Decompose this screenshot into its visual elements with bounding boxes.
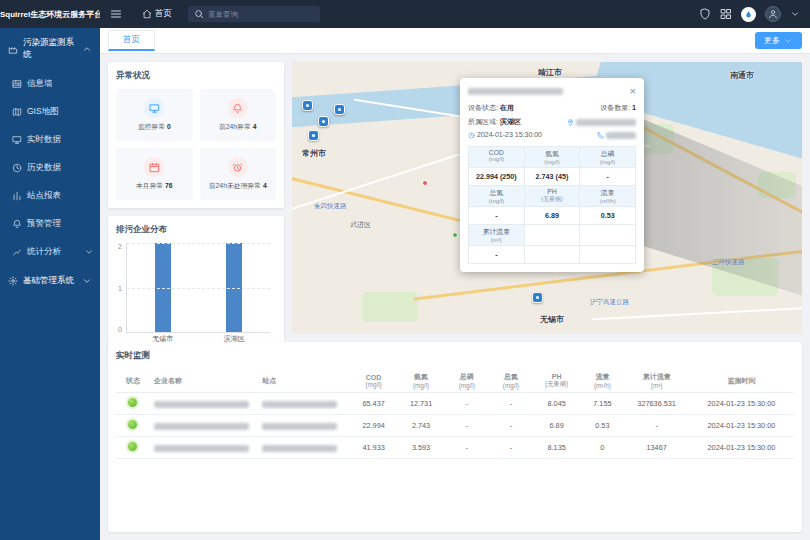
alarm-icon	[228, 157, 248, 177]
popup-metric-header: 总氮(mg/l)	[469, 186, 525, 207]
popup-metric-value: -	[469, 246, 525, 264]
map-label-district: 武进区	[350, 220, 371, 230]
status-cell	[116, 437, 150, 459]
more-button[interactable]: 更多	[755, 32, 802, 49]
close-icon[interactable]: ×	[630, 86, 636, 97]
search-box	[188, 6, 320, 22]
station-marker-icon[interactable]	[308, 130, 319, 141]
column-header: 累计流量(m³)	[624, 369, 688, 393]
sidebar-item[interactable]: 实时数据	[0, 126, 100, 154]
tile-label: 本月异常76	[136, 181, 173, 191]
sidebar-item[interactable]: GIS地图	[0, 98, 100, 126]
station-marker-icon[interactable]	[334, 104, 345, 115]
redacted-company-name	[468, 88, 563, 95]
avatar[interactable]	[765, 6, 781, 22]
table-cell: 7.155	[580, 393, 624, 415]
station-marker-icon[interactable]	[532, 292, 543, 303]
poi-marker-icon[interactable]	[452, 232, 458, 238]
popup-metrics: COD(mg/l)氨氮(mg/l)总磷(mg/l)22.994 (250)2.7…	[468, 146, 636, 264]
map-label-city: 靖江市	[538, 67, 562, 78]
table-cell: -	[445, 415, 489, 437]
popup-datetime: 2024-01-23 15:30:00	[468, 131, 542, 139]
monitor-title: 实时监测	[116, 350, 794, 362]
breadcrumb-home[interactable]: 首页	[132, 0, 182, 28]
map-label-city: 南通市	[730, 70, 754, 81]
station-marker-icon[interactable]	[302, 100, 313, 111]
apps-icon[interactable]	[720, 8, 732, 20]
x-tick-label: 无锡市	[152, 334, 173, 344]
sidebar-item[interactable]: 历史数据	[0, 154, 100, 182]
column-header: 总氮(mg/l)	[489, 369, 533, 393]
map-park	[362, 292, 418, 322]
tab-home[interactable]: 首页	[108, 30, 155, 51]
map-label-city: 常州市	[302, 148, 326, 159]
table-cell: 2.743	[397, 415, 444, 437]
abnormal-tile[interactable]: 监控异常0	[116, 89, 193, 141]
table-row[interactable]: 22.9942.743--6.890.53-2024-01-23 15:30:0…	[116, 415, 794, 437]
redacted-company-name	[154, 401, 249, 408]
popup-metric-header: 总磷(mg/l)	[580, 147, 636, 168]
column-header: COD(mg/l)	[350, 369, 397, 393]
chart-plot-area: 无锡市滨湖区	[126, 243, 270, 333]
clock-icon	[468, 132, 475, 139]
header-actions	[699, 6, 810, 22]
popup-metric-value: -	[469, 207, 525, 225]
sidebar-item[interactable]: 统计分析	[0, 238, 100, 266]
tile-label: 前24h未处理异常4	[209, 181, 267, 191]
chevron-down-icon	[84, 247, 94, 257]
column-header: 站点	[258, 369, 350, 393]
map-label-city: 无锡市	[540, 314, 564, 325]
bar-chart: 210 无锡市滨湖区	[116, 243, 276, 347]
popup-metric-value: 22.994 (250)	[469, 168, 525, 186]
address	[567, 118, 636, 126]
chart-x-axis: 无锡市滨湖区	[127, 334, 270, 344]
table-header-row: 状态企业名称站点COD(mg/l)氨氮(mg/l)总磷(mg/l)总氮(mg/l…	[116, 369, 794, 393]
map[interactable]: 靖江市南通市常州市武进区金武快速路无锡市三环快速路沪宁高速公路 × 设备状态: …	[292, 62, 802, 334]
popup-metric-header: 流量(m³/h)	[580, 186, 636, 207]
app-root: Squirrel生态环境云服务平台 首页 污染源监测系统信息墙GIS地图实时数据…	[0, 0, 810, 540]
table-row[interactable]: 41.9333.593--8.1350134672024-01-23 15:30…	[116, 437, 794, 459]
shield-icon[interactable]	[699, 8, 711, 20]
popup-metric-value: 2.743 (45)	[525, 168, 581, 186]
y-tick-label: 0	[118, 326, 122, 333]
phone-icon	[597, 132, 604, 139]
table-cell: 13467	[624, 437, 688, 459]
sidebar-section[interactable]: 污染源监测系统	[0, 28, 100, 70]
time-cell: 2024-01-23 15:30:00	[689, 415, 794, 437]
popup-metric-value: 0.53	[580, 207, 636, 225]
chevron-down-icon	[783, 36, 793, 46]
station-cell	[258, 393, 350, 415]
status-online-icon	[128, 442, 137, 451]
abnormal-tile[interactable]: 本月异常76	[116, 148, 193, 200]
water-drop-badge-icon[interactable]	[741, 7, 756, 22]
map-icon	[12, 107, 22, 117]
sidebar-item[interactable]: 信息墙	[0, 70, 100, 98]
abnormal-tile[interactable]: 前24h异常4	[200, 89, 277, 141]
factory-icon	[8, 44, 18, 54]
poi-marker-icon[interactable]	[422, 180, 428, 186]
chevron-down-icon[interactable]	[790, 9, 800, 19]
left-column: 异常状况 监控异常0前24h异常4本月异常76前24h未处理异常4 排污企业分布…	[108, 62, 284, 334]
table-cell: -	[445, 393, 489, 415]
search-input[interactable]	[208, 10, 314, 19]
sidebar-item[interactable]: 预警管理	[0, 210, 100, 238]
tile-label: 前24h异常4	[219, 122, 257, 132]
content: 异常状况 监控异常0前24h异常4本月异常76前24h未处理异常4 排污企业分布…	[100, 54, 810, 540]
chart-gridline	[127, 288, 270, 289]
chart-y-axis: 210	[116, 243, 126, 347]
sidebar-section[interactable]: 基础管理系统	[0, 266, 100, 296]
table-cell: 0	[580, 437, 624, 459]
table-cell: 12.731	[397, 393, 444, 415]
menu-icon[interactable]	[110, 8, 122, 20]
station-marker-icon[interactable]	[318, 116, 329, 127]
chart-gridline	[127, 243, 270, 244]
table-row[interactable]: 65.43712.731--8.0457.155327636.5312024-0…	[116, 393, 794, 415]
table-cell: -	[489, 393, 533, 415]
status-online-icon	[128, 420, 137, 429]
abnormal-tile[interactable]: 前24h未处理异常4	[200, 148, 277, 200]
redacted-station-name	[262, 423, 337, 430]
column-header: 状态	[116, 369, 150, 393]
sidebar-item[interactable]: 站点报表	[0, 182, 100, 210]
company-name-cell	[150, 393, 258, 415]
popup-metric-header: COD(mg/l)	[469, 147, 525, 168]
